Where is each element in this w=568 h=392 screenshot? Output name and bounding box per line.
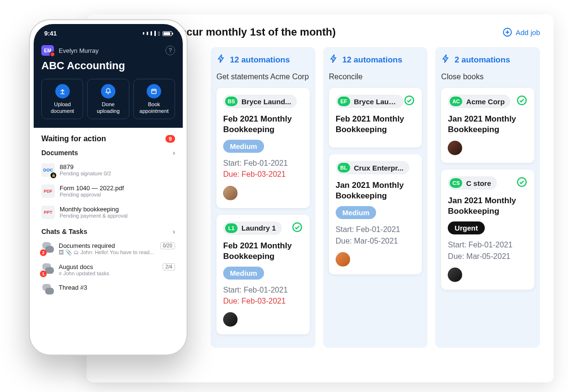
document-item[interactable]: PPT Monthly bookkeeping Pending payment … — [41, 202, 175, 223]
card-meta: Start: Feb-01-2021 Due: Feb-03-2021 — [223, 284, 303, 306]
quick-actions: Upload document Done uploading Book appo… — [41, 79, 175, 119]
card-header: EF Bryce Laun... — [336, 95, 416, 108]
bolt-icon — [441, 54, 451, 66]
automations-link[interactable]: 12 automations — [329, 54, 422, 66]
card-meta: Start: Feb-01-2021 Due: Mar-05-2021 — [448, 239, 528, 261]
due-date: Due: Mar-05-2021 — [336, 235, 416, 246]
kanban-card[interactable]: L1 Laundry 1 Feb 2021 Monthly Bookkeepin… — [216, 215, 310, 335]
status-time: 9:41 — [44, 30, 57, 37]
chat-preview: 🖼 📎 🗂 John: Hello! You have to read... — [59, 249, 175, 256]
kanban-card[interactable]: BS Bryce Laund... Feb 2021 Monthly Bookk… — [216, 88, 310, 208]
client-chip[interactable]: AC Acme Corp — [448, 95, 510, 108]
check-circle-icon — [516, 95, 528, 108]
bolt-icon — [216, 54, 226, 66]
client-name: Bryce Laun... — [354, 98, 398, 106]
client-chip[interactable]: BS Bryce Laund... — [223, 95, 297, 108]
client-chip[interactable]: CS C store — [448, 176, 497, 190]
unread-badge: 2 — [40, 249, 47, 256]
document-title: Monthly bookkeeping — [60, 206, 175, 213]
kanban-card[interactable]: BL Crux Enterpr... Jan 2021 Monthly Book… — [329, 154, 422, 274]
waiting-count-badge: 9 — [165, 135, 175, 143]
svg-rect-7 — [152, 89, 156, 94]
client-chip[interactable]: BL Crux Enterpr... — [336, 161, 409, 174]
calendar-icon — [147, 84, 161, 98]
chevron-right-icon: › — [173, 228, 175, 235]
upload-icon — [55, 84, 70, 98]
start-date: Start: Feb-01-2021 — [448, 239, 528, 250]
start-date: Start: Feb-01-2021 — [223, 158, 303, 169]
due-date: Due: Mar-05-2021 — [448, 251, 528, 262]
column-title: Get statements Acme Corp — [216, 73, 310, 81]
card-title: Jan 2021 Monthly Bookkeeping — [448, 196, 528, 217]
column-title: Reconcile — [329, 73, 422, 81]
chats-list: 2 Documents required 0/20 🖼 📎 🗂 John: He… — [41, 238, 175, 300]
chat-item[interactable]: 1 August docs 2/4 ≡ John updated tasks — [41, 259, 175, 280]
card-meta: Start: Feb-01-2021 Due: Feb-03-2021 — [223, 158, 303, 180]
card-header: BS Bryce Laund... — [223, 95, 303, 108]
assignee-avatar — [223, 186, 238, 200]
phone-header: EM Evelyn Murray ? ABC Accounting Upload… — [34, 24, 183, 128]
card-title: Feb 2021 Monthly Bookkeeping — [336, 114, 416, 135]
chats-section-header[interactable]: Chats & Tasks › — [41, 228, 175, 235]
documents-section-header[interactable]: Documents › — [41, 149, 175, 157]
automations-link[interactable]: 2 automations — [441, 54, 534, 66]
chat-item[interactable]: Thread #3 — [41, 280, 175, 300]
document-status: Pending approval — [60, 192, 175, 197]
unread-badge: 1 — [40, 270, 47, 277]
client-chip[interactable]: L1 Laundry 1 — [223, 221, 282, 235]
card-title: Feb 2021 Monthly Bookkeeping — [223, 114, 303, 135]
client-initials: BS — [225, 97, 238, 106]
client-name: Acme Corp — [466, 98, 505, 106]
upload-document-button[interactable]: Upload document — [41, 79, 83, 119]
kanban-card[interactable]: AC Acme Corp Jan 2021 Monthly Bookkeepin… — [441, 88, 534, 163]
book-appointment-button[interactable]: Book appointment — [133, 79, 175, 119]
assignee-avatar — [223, 312, 238, 327]
automations-link[interactable]: 12 automations — [216, 54, 310, 66]
card-header: AC Acme Corp — [448, 95, 528, 108]
assignee-avatar — [336, 252, 350, 267]
client-initials: AC — [450, 97, 462, 106]
document-item[interactable]: DOC🔒 8879 Pending signature 0/2 — [41, 159, 175, 181]
card-header: L1 Laundry 1 — [223, 221, 303, 235]
card-title: Feb 2021 Monthly Bookkeeping — [223, 241, 303, 262]
automations-count: 12 automations — [342, 55, 403, 65]
help-icon[interactable]: ? — [165, 46, 175, 55]
chat-preview: ≡ John updated tasks — [59, 270, 175, 276]
priority-pill: Urgent — [448, 221, 484, 234]
assignee-avatar — [448, 141, 462, 155]
chat-count: 0/20 — [160, 242, 175, 249]
chat-bubble-icon: 2 — [41, 242, 54, 255]
kanban-card[interactable]: EF Bryce Laun... Feb 2021 Monthly Bookke… — [329, 88, 422, 147]
status-bar: 9:41 􀙇 — [44, 30, 172, 37]
chat-item[interactable]: 2 Documents required 0/20 🖼 📎 🗂 John: He… — [41, 238, 175, 259]
check-circle-icon — [516, 176, 528, 190]
plus-circle-icon — [502, 27, 513, 37]
check-circle-icon — [404, 95, 415, 108]
chat-bubble-icon — [41, 284, 54, 296]
done-uploading-button[interactable]: Done uploading — [87, 79, 129, 119]
add-job-button[interactable]: Add job — [502, 27, 540, 37]
phone-body: Waiting for action 9 Documents › DOC🔒 88… — [34, 128, 183, 307]
phone-screen: 9:41 􀙇 EM Evelyn Murray ? ABC Accounting… — [34, 24, 183, 351]
client-initials: EF — [338, 97, 350, 106]
start-date: Start: Feb-01-2021 — [223, 284, 303, 295]
waiting-for-action-row[interactable]: Waiting for action 9 — [41, 135, 175, 143]
org-title: ABC Accounting — [41, 60, 175, 72]
automations-count: 12 automations — [230, 55, 290, 65]
user-avatar: EM — [41, 45, 54, 56]
user-row[interactable]: EM Evelyn Murray ? — [41, 45, 175, 56]
phone-mockup: 9:41 􀙇 EM Evelyn Murray ? ABC Accounting… — [29, 19, 188, 355]
chats-label: Chats & Tasks — [41, 228, 87, 235]
start-date: Start: Feb-01-2021 — [336, 224, 416, 235]
client-chip[interactable]: EF Bryce Laun... — [336, 95, 404, 108]
priority-pill: Medium — [336, 206, 377, 219]
document-status: Pending payment & approval — [60, 213, 175, 219]
card-meta: Start: Feb-01-2021 Due: Mar-05-2021 — [336, 224, 416, 246]
document-item[interactable]: PDF Form 1040 — 2022.pdf Pending approva… — [41, 181, 175, 202]
add-job-label: Add job — [516, 28, 540, 37]
document-title: Form 1040 — 2022.pdf — [60, 184, 175, 192]
chat-bubble-icon: 1 — [41, 263, 54, 276]
kanban-card[interactable]: CS C store Jan 2021 Monthly Bookkeeping … — [441, 170, 534, 290]
battery-icon — [163, 31, 172, 36]
assignee-avatar — [448, 268, 462, 282]
